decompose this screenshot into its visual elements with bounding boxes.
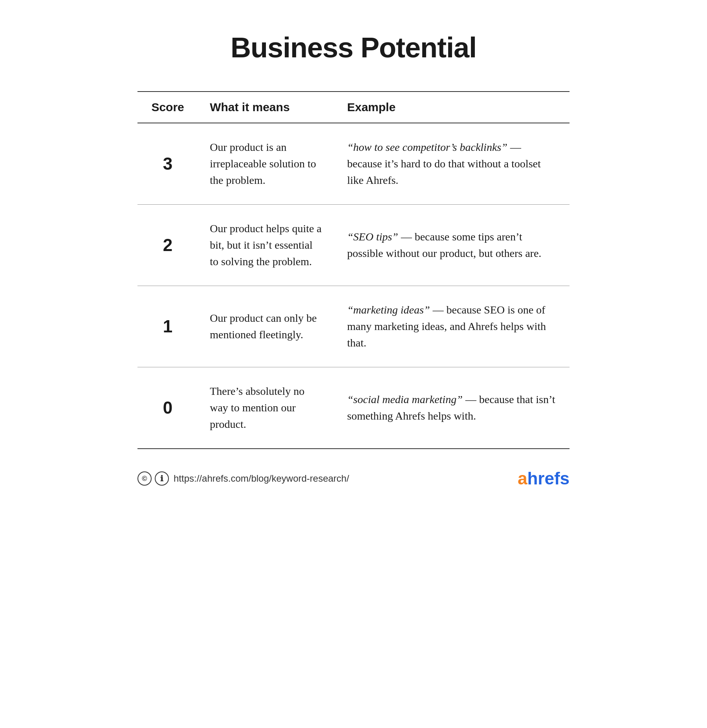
example-cell: “how to see competitor’s backlinks” — be… [335,123,570,205]
table-row: 1 Our product can only be mentioned flee… [137,286,570,367]
ahrefs-logo-rest: hrefs [527,469,570,488]
footer-left: © ℹ https://ahrefs.com/blog/keyword-rese… [137,471,349,486]
example-cell: “SEO tips” — because some tips aren’t po… [335,205,570,286]
example-italic: “social media marketing” [347,393,463,405]
info-icon: ℹ [155,471,169,486]
col-header-meaning: What it means [198,92,335,123]
creative-commons-icon: © [137,471,152,486]
ahrefs-logo: ahrefs [518,469,570,488]
score-cell: 1 [137,286,198,367]
example-italic: “marketing ideas” [347,304,430,316]
footer-icons: © ℹ [137,471,169,486]
example-cell: “marketing ideas” — because SEO is one o… [335,286,570,367]
col-header-score: Score [137,92,198,123]
col-header-example: Example [335,92,570,123]
example-italic: “SEO tips” [347,231,398,243]
meaning-cell: Our product helps quite a bit, but it is… [198,205,335,286]
ahrefs-logo-a: a [518,469,527,488]
footer-url: https://ahrefs.com/blog/keyword-research… [174,473,349,484]
business-potential-table: Score What it means Example 3 Our produc… [137,91,570,449]
table-header-row: Score What it means Example [137,92,570,123]
meaning-cell: Our product can only be mentioned fleeti… [198,286,335,367]
table-row: 3 Our product is an irreplaceable soluti… [137,123,570,205]
table-row: 0 There’s absolutely no way to mention o… [137,367,570,449]
score-cell: 0 [137,367,198,449]
table-row: 2 Our product helps quite a bit, but it … [137,205,570,286]
page-title: Business Potential [231,31,476,64]
score-cell: 3 [137,123,198,205]
score-cell: 2 [137,205,198,286]
meaning-cell: There’s absolutely no way to mention our… [198,367,335,449]
footer: © ℹ https://ahrefs.com/blog/keyword-rese… [137,469,570,488]
example-cell: “social media marketing” — because that … [335,367,570,449]
example-italic: “how to see competitor’s backlinks” [347,141,507,153]
meaning-cell: Our product is an irreplaceable solution… [198,123,335,205]
